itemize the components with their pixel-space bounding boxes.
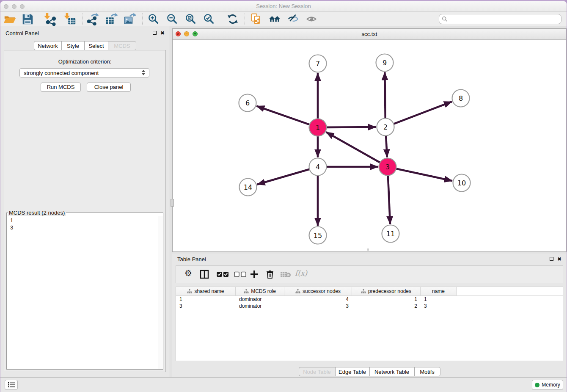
edge-3-1[interactable] (326, 132, 380, 163)
control-panel-title: Control Panel (6, 30, 39, 36)
network-titlebar[interactable]: × − + scc.txt (173, 29, 566, 40)
column-header-predecessor-nodes[interactable]: predecessor nodes (352, 287, 421, 295)
column-label: MCDS role (251, 288, 276, 294)
graph-node-6[interactable]: 6 (239, 94, 256, 112)
column-header-mcds-role[interactable]: MCDS role (236, 287, 284, 295)
graph-node-2[interactable]: 2 (377, 119, 394, 136)
tab-edge-table[interactable]: Edge Table (335, 367, 369, 376)
edge-1-6[interactable] (256, 106, 310, 124)
tab-node-table[interactable]: Node Table (299, 367, 335, 376)
tab-style[interactable]: Style (61, 41, 84, 50)
add-row-icon[interactable] (250, 270, 259, 279)
graph-node-7[interactable]: 7 (309, 55, 327, 72)
cell-mcds-role: dominator (236, 303, 284, 309)
graph-node-11[interactable]: 11 (382, 225, 399, 243)
zoom-out-icon[interactable] (165, 12, 179, 26)
edge-2-3[interactable] (386, 135, 387, 157)
export-table-icon[interactable] (105, 12, 118, 26)
zoom-in-icon[interactable] (147, 12, 160, 26)
search-input[interactable] (439, 14, 561, 24)
graph-node-14[interactable]: 14 (239, 179, 257, 196)
main-toolbar (0, 12, 567, 27)
hide-panels-icon[interactable] (286, 12, 300, 26)
cell-name: 1 (421, 296, 457, 303)
export-image-icon[interactable] (123, 12, 136, 26)
eye-icon[interactable] (306, 12, 319, 26)
edge-2-8[interactable] (393, 102, 452, 124)
column-header-shared-name[interactable]: shared name (176, 287, 236, 295)
tab-mcds[interactable]: MCDS (108, 41, 136, 50)
panel-divider-grip[interactable] (171, 199, 174, 207)
result-scrollbar[interactable] (158, 216, 163, 369)
graph-node-10[interactable]: 10 (453, 174, 471, 192)
show-panels-list-button[interactable] (5, 380, 18, 390)
close-table-panel-icon[interactable]: ✖ (557, 257, 561, 262)
optimization-criterion-label: Optimization criterion: (4, 58, 165, 65)
edge-3-11[interactable] (388, 175, 390, 224)
column-header-name[interactable]: name (421, 287, 457, 295)
table-settings-gear-icon[interactable]: ⚙ (184, 268, 192, 278)
edge-3-10[interactable] (396, 168, 452, 181)
clone-network-icon[interactable] (249, 12, 263, 26)
canvas-resize-handle[interactable] (367, 248, 369, 251)
zoom-fit-icon[interactable] (184, 12, 198, 26)
sort-hierarchy-icon (295, 289, 300, 294)
column-label: predecessor nodes (368, 288, 411, 294)
svg-text:14: 14 (244, 183, 252, 191)
graph-node-3[interactable]: 3 (379, 158, 396, 176)
show-columns-icon[interactable] (200, 270, 209, 279)
memory-label: Memory (542, 382, 560, 388)
zoom-selected-icon[interactable] (202, 12, 216, 26)
edge-2-9[interactable] (385, 72, 385, 119)
export-network-icon[interactable] (86, 12, 99, 26)
table-panel: Table Panel ✖ ⚙ (172, 254, 567, 378)
float-panel-icon[interactable] (153, 31, 157, 35)
close-panel-button[interactable]: Close panel (87, 83, 131, 92)
toolbar-separator (222, 13, 222, 25)
graph-node-15[interactable]: 15 (309, 227, 327, 244)
network-canvas[interactable]: 7968124314101511 (173, 39, 566, 251)
delete-table-icon[interactable] (280, 271, 291, 278)
table-panel-title: Table Panel (177, 256, 206, 262)
control-panel-tabs: Network Style Select MCDS (34, 41, 136, 50)
edge-4-14[interactable] (257, 169, 310, 184)
close-panel-icon[interactable]: ✖ (160, 30, 165, 36)
svg-text:3: 3 (385, 163, 390, 171)
mcds-result-box: MCDS result (2 nodes) 1 3 (6, 210, 163, 370)
tab-network[interactable]: Network (34, 41, 61, 50)
graph-node-4[interactable]: 4 (309, 158, 327, 176)
run-mcds-button[interactable]: Run MCDS (41, 83, 81, 92)
refresh-icon[interactable] (226, 12, 239, 26)
table-row[interactable]: 3 dominator 3 2 3 (176, 303, 563, 309)
import-table-icon[interactable] (63, 12, 77, 26)
graph-node-9[interactable]: 9 (376, 54, 394, 72)
memory-button[interactable]: Memory (532, 380, 563, 390)
graph-node-8[interactable]: 8 (452, 90, 470, 107)
open-file-icon[interactable] (3, 12, 17, 26)
tab-network-table[interactable]: Network Table (369, 367, 414, 376)
graph-node-1[interactable]: 1 (309, 119, 327, 136)
function-builder-icon[interactable]: f(x) (295, 269, 307, 277)
delete-row-trash-icon[interactable] (265, 270, 275, 279)
float-table-panel-icon[interactable] (550, 257, 553, 261)
import-network-icon[interactable] (43, 12, 57, 26)
select-all-icon[interactable] (217, 271, 229, 277)
svg-text:8: 8 (459, 94, 463, 102)
svg-text:6: 6 (245, 99, 250, 107)
result-line: 3 (10, 224, 13, 231)
save-session-icon[interactable] (21, 12, 34, 26)
criterion-value: strongly connected component (24, 70, 99, 76)
cell-successor-nodes: 4 (284, 296, 352, 303)
table-tabs: Node Table Edge Table Network Table Moti… (172, 367, 567, 376)
edge-1-2[interactable] (326, 127, 376, 127)
sort-hierarchy-icon (244, 289, 249, 294)
criterion-dropdown[interactable]: strongly connected component (19, 68, 149, 77)
table-row[interactable]: 1 dominator 4 1 1 (176, 296, 563, 303)
column-header-successor-nodes[interactable]: successor nodes (284, 287, 352, 295)
tab-motifs[interactable]: Motifs (414, 367, 440, 376)
deselect-all-icon[interactable] (234, 271, 247, 277)
cell-predecessor-nodes: 2 (352, 303, 421, 309)
tab-select[interactable]: Select (84, 41, 108, 50)
svg-text:15: 15 (314, 232, 322, 240)
home-icon[interactable] (268, 12, 282, 26)
